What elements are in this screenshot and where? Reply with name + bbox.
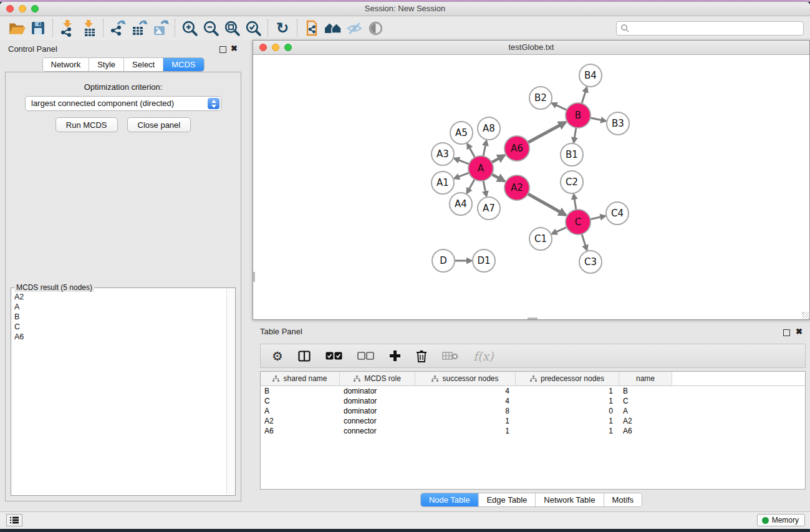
table-cell[interactable]: A2 xyxy=(261,417,340,425)
table-cell[interactable]: 1 xyxy=(516,427,619,435)
column-header-successor-nodes[interactable]: successor nodes xyxy=(415,372,516,385)
network-vertical-scroll-thumb[interactable] xyxy=(253,272,255,282)
column-header-MCDS-role[interactable]: MCDS role xyxy=(340,372,415,385)
edge-A-A3[interactable] xyxy=(455,158,470,164)
edge-A-A8[interactable] xyxy=(483,141,486,157)
float-panel-icon[interactable] xyxy=(219,46,226,53)
table-row[interactable]: A6connector11A6 xyxy=(261,426,805,436)
mcds-result-item[interactable]: A2 xyxy=(14,292,225,302)
network-close-button[interactable] xyxy=(259,44,267,51)
edge-C-C1[interactable] xyxy=(552,227,567,234)
tab-node-table[interactable]: Node Table xyxy=(421,493,478,506)
add-column-icon[interactable] xyxy=(389,350,401,362)
mcds-result-scrollbar[interactable] xyxy=(226,289,235,495)
show-view-eye-icon[interactable] xyxy=(365,18,386,38)
memory-button[interactable]: Memory xyxy=(757,514,805,526)
table-row[interactable]: Adominator80A xyxy=(261,406,805,416)
zoom-selected-icon[interactable] xyxy=(243,18,264,38)
table-cell[interactable]: 1 xyxy=(415,417,516,425)
edge-A-A4[interactable] xyxy=(467,179,475,193)
run-mcds-button[interactable]: Run MCDS xyxy=(55,117,118,132)
column-header-shared-name[interactable]: shared name xyxy=(261,372,340,385)
table-cell[interactable]: 0 xyxy=(516,407,619,415)
table-cell[interactable]: C xyxy=(619,397,672,405)
edge-A2-C[interactable] xyxy=(528,193,566,215)
criterion-select[interactable]: largest connected component (directed) xyxy=(25,96,221,111)
mcds-result-item[interactable]: A6 xyxy=(14,332,225,342)
tab-select[interactable]: Select xyxy=(123,58,163,71)
split-view-icon[interactable] xyxy=(298,351,311,362)
table-cell[interactable]: 1 xyxy=(516,397,619,405)
edge-B-B2[interactable] xyxy=(552,103,567,110)
mcds-result-item[interactable]: B xyxy=(14,312,225,322)
table-cell[interactable]: dominator xyxy=(340,407,415,415)
column-header-predecessor-nodes[interactable]: predecessor nodes xyxy=(516,372,619,385)
table-row[interactable]: A2connector11A2 xyxy=(261,416,805,426)
minimize-window-button[interactable] xyxy=(19,5,26,12)
table-cell[interactable]: 1 xyxy=(516,387,619,395)
edge-A-A7[interactable] xyxy=(483,180,486,196)
save-session-icon[interactable] xyxy=(27,18,49,38)
table-cell[interactable]: A2 xyxy=(619,417,672,425)
table-cell[interactable]: 1 xyxy=(516,417,619,425)
table-cell[interactable]: 4 xyxy=(415,387,516,395)
table-cell[interactable]: 1 xyxy=(415,427,516,435)
table-cell[interactable]: 4 xyxy=(415,397,516,405)
table-settings-icon[interactable]: ⚙ xyxy=(272,350,283,362)
home-pair-icon[interactable] xyxy=(322,18,344,38)
table-cell[interactable]: connector xyxy=(340,417,415,425)
table-cell[interactable]: B xyxy=(261,387,340,395)
tab-network-table[interactable]: Network Table xyxy=(535,493,603,506)
mcds-result-item[interactable]: A xyxy=(14,302,225,312)
tab-edge-table[interactable]: Edge Table xyxy=(478,493,535,506)
close-window-button[interactable] xyxy=(6,5,14,12)
function-builder-icon[interactable]: f(x) xyxy=(473,349,494,363)
import-network-icon[interactable] xyxy=(57,18,78,38)
edge-B-B1[interactable] xyxy=(574,127,576,142)
close-panel-button[interactable]: Close panel xyxy=(127,117,191,132)
import-table-icon[interactable] xyxy=(78,18,99,38)
network-zoom-button[interactable] xyxy=(284,44,292,51)
network-resize-grip[interactable] xyxy=(802,312,809,319)
export-image-icon[interactable] xyxy=(150,18,171,38)
table-row[interactable]: Bdominator41B xyxy=(261,386,805,396)
edge-B-B4[interactable] xyxy=(582,87,587,104)
zoom-fit-icon[interactable] xyxy=(221,18,243,38)
select-all-icon[interactable] xyxy=(325,352,342,360)
table-cell[interactable]: A6 xyxy=(619,427,672,435)
table-cell[interactable]: dominator xyxy=(340,387,415,395)
refresh-layout-icon[interactable]: ↻ xyxy=(272,18,293,38)
zoom-out-icon[interactable] xyxy=(200,18,221,38)
deselect-all-icon[interactable] xyxy=(357,352,374,360)
edge-A-A1[interactable] xyxy=(455,173,470,178)
hide-selected-eye-icon[interactable] xyxy=(344,18,365,38)
edge-A-A2[interactable] xyxy=(491,174,504,181)
export-network-icon[interactable] xyxy=(107,18,128,38)
network-from-selection-icon[interactable] xyxy=(301,18,322,38)
delete-table-icon[interactable] xyxy=(442,351,458,360)
column-header-name[interactable]: name xyxy=(619,372,672,385)
float-table-panel-icon[interactable] xyxy=(783,329,790,336)
table-cell[interactable]: A xyxy=(619,407,672,415)
table-row[interactable]: Cdominator41C xyxy=(261,396,805,406)
network-canvas[interactable]: B4B2BB3B1A5A8A6A3AA1A2C2A4A7CC4C1C3DD1 xyxy=(253,55,809,319)
mcds-result-item[interactable]: C xyxy=(14,322,225,332)
network-minimize-button[interactable] xyxy=(272,44,279,51)
export-table-icon[interactable] xyxy=(128,18,150,38)
table-cell[interactable]: B xyxy=(619,387,672,395)
close-table-panel-icon[interactable]: ✖ xyxy=(796,327,803,336)
tab-mcds[interactable]: MCDS xyxy=(163,58,203,71)
edge-A-A6[interactable] xyxy=(491,155,504,163)
delete-column-icon[interactable] xyxy=(416,350,427,362)
table-cell[interactable]: connector xyxy=(340,427,415,435)
tab-style[interactable]: Style xyxy=(89,58,123,71)
edge-C-C4[interactable] xyxy=(590,216,605,220)
tab-network[interactable]: Network xyxy=(42,58,89,71)
table-cell[interactable]: 8 xyxy=(415,407,516,415)
edge-B-B3[interactable] xyxy=(590,118,606,121)
table-cell[interactable]: dominator xyxy=(340,397,415,405)
open-session-icon[interactable] xyxy=(6,18,27,38)
table-cell[interactable]: A xyxy=(261,407,340,415)
edge-C-C2[interactable] xyxy=(574,195,576,210)
task-history-button[interactable] xyxy=(6,514,22,526)
